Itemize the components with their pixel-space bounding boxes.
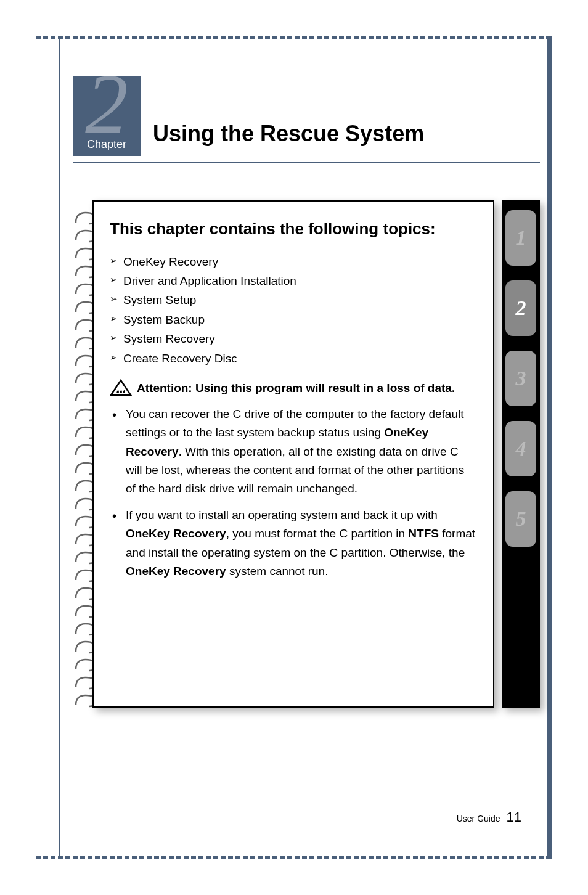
right-border-solid <box>547 36 552 859</box>
tabs-column: 12345 <box>502 200 540 708</box>
bottom-border-dashed <box>36 856 552 859</box>
attention-row: Attention: Using this program will resul… <box>110 378 477 396</box>
bullet-list: You can recover the C drive of the compu… <box>110 405 477 581</box>
bullet-item: If you want to install an operating syst… <box>110 506 477 581</box>
topics-box: This chapter contains the following topi… <box>92 200 494 708</box>
topic-item: OneKey Recovery <box>110 252 477 271</box>
footer-label: User Guide <box>457 814 500 823</box>
chapter-header: 2 Chapter Using the Rescue System <box>73 76 540 156</box>
bullet-item: You can recover the C drive of the compu… <box>110 405 477 499</box>
chapter-tab-1[interactable]: 1 <box>505 210 536 266</box>
chapter-label: Chapter <box>87 138 126 151</box>
chapter-tab-5[interactable]: 5 <box>505 491 536 547</box>
attention-text: Attention: Using this program will resul… <box>137 378 455 396</box>
topic-item: Driver and Application Installation <box>110 271 477 290</box>
topics-list: OneKey RecoveryDriver and Application In… <box>110 252 477 368</box>
footer: User Guide 11 <box>457 809 521 825</box>
left-border-line <box>59 36 60 859</box>
title-underline <box>73 162 540 163</box>
topic-item: Create Recovery Disc <box>110 349 477 368</box>
chapter-badge: 2 Chapter <box>73 76 141 156</box>
chapter-tab-3[interactable]: 3 <box>505 351 536 406</box>
chapter-title: Using the Rescue System <box>153 121 424 156</box>
topic-item: System Setup <box>110 290 477 309</box>
topic-item: System Backup <box>110 310 477 329</box>
topics-heading: This chapter contains the following topi… <box>110 219 477 240</box>
chapter-tab-2[interactable]: 2 <box>505 280 536 336</box>
chapter-tab-4[interactable]: 4 <box>505 421 536 476</box>
topic-item: System Recovery <box>110 329 477 348</box>
top-border-dashed <box>36 36 552 39</box>
attention-icon <box>110 379 132 396</box>
footer-page: 11 <box>507 809 521 825</box>
